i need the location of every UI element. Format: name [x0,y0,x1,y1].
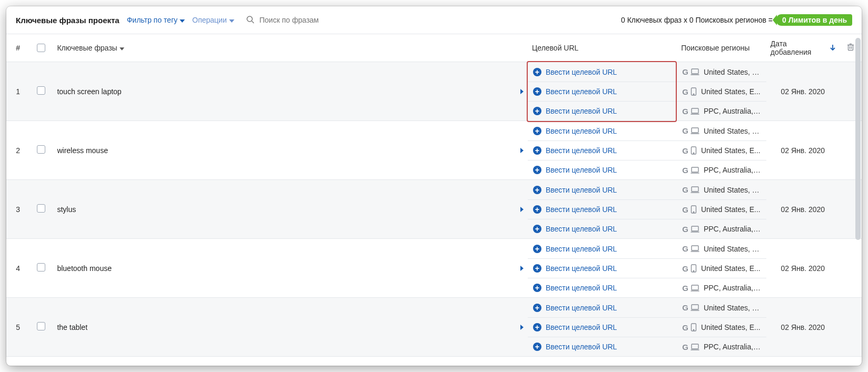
laptop-icon [691,186,699,193]
col-regions[interactable]: Поисковые регионы [677,34,766,62]
enter-target-url-link[interactable]: +Ввести целевой URL [533,323,617,331]
google-icon: G [682,87,688,96]
row-checkbox[interactable] [37,145,45,154]
scrollbar[interactable] [855,38,861,364]
svg-line-1 [252,21,254,23]
google-icon: G [682,323,688,332]
keyword-phrase-cell[interactable]: touch screen laptop [53,62,528,121]
enter-target-url-label: Ввести целевой URL [546,87,617,96]
plus-circle-icon: + [533,205,541,214]
target-url-cell: +Ввести целевой URL+Ввести целевой URL+В… [528,62,677,121]
mobile-icon [691,87,697,96]
enter-target-url-label: Ввести целевой URL [546,127,617,135]
svg-rect-14 [692,128,698,133]
laptop-icon [691,344,699,350]
enter-target-url-label: Ввести целевой URL [546,225,617,233]
enter-target-url-link[interactable]: +Ввести целевой URL [533,146,617,155]
row-index: 4 [6,239,29,298]
svg-rect-30 [692,285,698,290]
row-checkbox[interactable] [37,204,45,213]
enter-target-url-label: Ввести целевой URL [546,146,617,155]
plus-circle-icon: + [533,87,541,96]
checkbox-icon[interactable] [37,44,45,52]
keyword-phrase-text: touch screen laptop [57,87,520,96]
filter-by-tag-dropdown[interactable]: Фильтр по тегу [127,16,185,24]
col-select-all[interactable] [29,34,53,62]
enter-target-url-link[interactable]: +Ввести целевой URL [533,205,617,214]
search-icon [246,15,259,25]
date-added: 02 Янв. 2020 [766,62,840,121]
region-text: PPC, Australia, E... [704,343,761,351]
search-regions-cell: GUnited States, E...GUnited States, E...… [677,121,766,180]
enter-target-url-link[interactable]: +Ввести целевой URL [533,68,617,76]
enter-target-url-link[interactable]: +Ввести целевой URL [533,166,617,174]
enter-target-url-label: Ввести целевой URL [546,205,617,214]
chevron-right-icon [520,264,524,273]
enter-target-url-link[interactable]: +Ввести целевой URL [533,225,617,233]
date-added: 02 Янв. 2020 [766,239,840,298]
enter-target-url-link[interactable]: +Ввести целевой URL [533,343,617,351]
google-icon: G [682,185,688,194]
plus-circle-icon: + [533,225,541,233]
filter-by-tag-label: Фильтр по тегу [127,16,177,24]
keyword-phrase-cell[interactable]: wireless mouse [53,121,528,180]
google-icon: G [682,107,688,116]
date-added: 02 Янв. 2020 [766,121,840,180]
target-url-cell: +Ввести целевой URL+Ввести целевой URL+В… [528,298,677,357]
col-date-added[interactable]: Дата добавления [766,34,840,62]
row-index: 5 [6,298,29,357]
laptop-icon [691,108,699,115]
svg-point-0 [247,16,252,22]
target-url-cell: +Ввести целевой URL+Ввести целевой URL+В… [528,180,677,239]
enter-target-url-link[interactable]: +Ввести целевой URL [533,264,617,273]
toolbar: Ключевые фразы проекта Фильтр по тегу Оп… [6,6,862,34]
mobile-icon [691,264,697,273]
sort-desc-icon [830,44,835,52]
search-regions-cell: GUnited States, E...GUnited States, E...… [677,180,766,239]
enter-target-url-label: Ввести целевой URL [546,107,617,115]
svg-rect-32 [692,305,698,309]
enter-target-url-link[interactable]: +Ввести целевой URL [533,127,617,135]
enter-target-url-link[interactable]: +Ввести целевой URL [533,87,617,96]
enter-target-url-link[interactable]: +Ввести целевой URL [533,245,617,253]
svg-point-23 [693,212,694,213]
col-index[interactable]: # [6,34,29,62]
row-checkbox[interactable] [37,322,45,330]
chevron-right-icon [520,323,524,331]
caret-down-icon [120,44,124,52]
search-regions-cell: GUnited States, E...GUnited States, E...… [677,239,766,298]
row-checkbox[interactable] [37,86,45,95]
col-target-url[interactable]: Целевой URL [528,34,677,62]
keyword-phrase-text: bluetooth mouse [57,264,520,273]
enter-target-url-link[interactable]: +Ввести целевой URL [533,304,617,312]
keyword-phrase-cell[interactable]: the tablet [53,298,528,357]
row-index: 1 [6,62,29,121]
keyword-phrase-cell[interactable]: stylus [53,180,528,239]
row-checkbox-cell [29,239,53,298]
plus-circle-icon: + [533,264,541,273]
plus-circle-icon: + [533,146,541,155]
svg-rect-12 [692,108,698,113]
operations-dropdown[interactable]: Операции [192,16,234,24]
chevron-right-icon [520,146,524,155]
enter-target-url-link[interactable]: +Ввести целевой URL [533,107,617,115]
enter-target-url-label: Ввести целевой URL [546,323,617,331]
limits-summary: 0 Ключевых фраз x 0 Поисковых регионов =… [621,14,852,26]
search-box [246,15,374,25]
row-checkbox[interactable] [37,263,45,272]
row-index: 3 [6,180,29,239]
panel-title: Ключевые фразы проекта [16,16,120,25]
search-input[interactable] [259,15,374,25]
laptop-icon [691,167,699,174]
google-icon: G [682,343,688,351]
phrases-label: Ключевых фраз [627,16,682,24]
col-phrases[interactable]: Ключевые фразы [53,34,528,62]
enter-target-url-link[interactable]: +Ввести целевой URL [533,186,617,194]
row-checkbox-cell [29,298,53,357]
mobile-icon [691,323,697,331]
keyword-phrase-cell[interactable]: bluetooth mouse [53,239,528,298]
table-row: 1touch screen laptop+Ввести целевой URL+… [6,62,862,121]
enter-target-url-link[interactable]: +Ввести целевой URL [533,284,617,292]
enter-target-url-label: Ввести целевой URL [546,304,617,312]
region-text: United States, E... [704,245,761,253]
